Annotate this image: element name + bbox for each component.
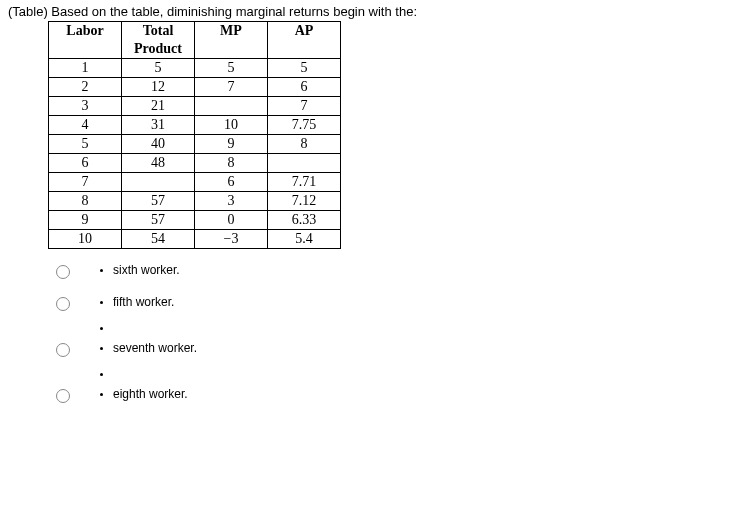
table-cell: 8: [49, 192, 122, 211]
table-cell: −3: [195, 230, 268, 249]
option-label: sixth worker.: [113, 263, 180, 277]
bullet-icon: [100, 373, 103, 376]
table-cell: 54: [122, 230, 195, 249]
table-cell: 5: [122, 59, 195, 78]
option-row[interactable]: eighth worker.: [56, 387, 727, 413]
table-cell: 10: [49, 230, 122, 249]
table-cell: 2: [49, 78, 122, 97]
table-cell: 6: [268, 78, 341, 97]
table-cell: [195, 97, 268, 116]
table-row: 1555: [49, 59, 341, 78]
answer-options: sixth worker. fifth worker. seventh work…: [56, 263, 727, 413]
table-cell: 7.75: [268, 116, 341, 135]
col-header-tp-line2: Product: [128, 40, 188, 58]
option-row[interactable]: sixth worker.: [56, 263, 727, 289]
col-header-mp: MP: [195, 22, 268, 59]
table-cell: 9: [49, 211, 122, 230]
radio-button[interactable]: [56, 297, 70, 311]
col-header-ap: AP: [268, 22, 341, 59]
table-cell: 9: [195, 135, 268, 154]
table-cell: 6.33: [268, 211, 341, 230]
radio-button[interactable]: [56, 389, 70, 403]
option-body: eighth worker.: [100, 387, 188, 413]
table-cell: 57: [122, 211, 195, 230]
table-cell: 3: [49, 97, 122, 116]
table-cell: 57: [122, 192, 195, 211]
table-cell: 7: [49, 173, 122, 192]
option-label: seventh worker.: [113, 341, 197, 355]
table-row: 54098: [49, 135, 341, 154]
col-header-total-product: Total Product: [122, 22, 195, 59]
bullet-icon: [100, 347, 103, 350]
table-cell: 12: [122, 78, 195, 97]
table-cell: 5: [268, 59, 341, 78]
table-cell: 7: [268, 97, 341, 116]
option-label: eighth worker.: [113, 387, 188, 401]
table-cell: [268, 154, 341, 173]
question-text: (Table) Based on the table, diminishing …: [8, 4, 727, 19]
bullet-icon: [100, 327, 103, 330]
table-cell: 7: [195, 78, 268, 97]
table-cell: 0: [195, 211, 268, 230]
table-cell: 6: [49, 154, 122, 173]
table-cell: 5.4: [268, 230, 341, 249]
table-cell: 5: [195, 59, 268, 78]
bullet-icon: [100, 269, 103, 272]
option-row[interactable]: fifth worker.: [56, 295, 727, 335]
table-cell: 21: [122, 97, 195, 116]
table-cell: 4: [49, 116, 122, 135]
table-row: 85737.12: [49, 192, 341, 211]
radio-button[interactable]: [56, 343, 70, 357]
table-cell: 3: [195, 192, 268, 211]
table-row: 6488: [49, 154, 341, 173]
bullet-icon: [100, 301, 103, 304]
table-row: 1054−35.4: [49, 230, 341, 249]
table-cell: 7.12: [268, 192, 341, 211]
col-header-labor: Labor: [49, 22, 122, 59]
table-cell: 8: [268, 135, 341, 154]
option-body: sixth worker.: [100, 263, 180, 289]
bullet-icon: [100, 393, 103, 396]
table-row: 3217: [49, 97, 341, 116]
table-row: 431107.75: [49, 116, 341, 135]
table-row: 21276: [49, 78, 341, 97]
table-cell: 6: [195, 173, 268, 192]
table-cell: 31: [122, 116, 195, 135]
option-row[interactable]: seventh worker.: [56, 341, 727, 381]
table-cell: 5: [49, 135, 122, 154]
option-label: fifth worker.: [113, 295, 174, 309]
col-header-tp-line1: Total: [128, 22, 188, 40]
table-cell: 10: [195, 116, 268, 135]
table-row: 767.71: [49, 173, 341, 192]
table-header-row: Labor Total Product MP AP: [49, 22, 341, 59]
radio-button[interactable]: [56, 265, 70, 279]
table-row: 95706.33: [49, 211, 341, 230]
table-cell: [122, 173, 195, 192]
table-cell: 1: [49, 59, 122, 78]
table-cell: 7.71: [268, 173, 341, 192]
table-cell: 8: [195, 154, 268, 173]
option-body: seventh worker.: [100, 341, 197, 381]
data-table: Labor Total Product MP AP 15552127632174…: [48, 21, 341, 249]
option-body: fifth worker.: [100, 295, 174, 335]
table-cell: 40: [122, 135, 195, 154]
table-cell: 48: [122, 154, 195, 173]
